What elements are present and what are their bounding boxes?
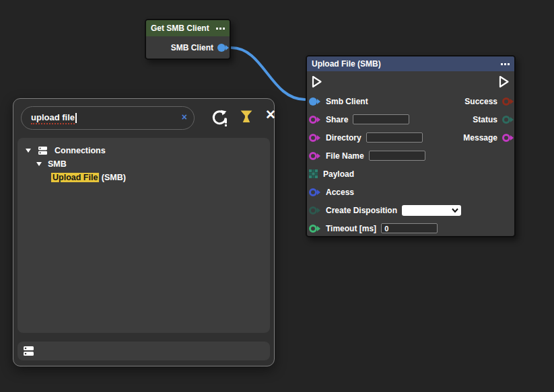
connections-server-icon (38, 146, 47, 155)
node-search-panel: upload file × ✕ Connections (13, 98, 275, 366)
input-port-payload-grid-icon[interactable] (309, 169, 318, 178)
node-upload-file-smb[interactable]: Upload File (SMB) Smb Client Success Sha… (306, 55, 516, 237)
connection-wire[interactable] (232, 48, 305, 100)
row-access: Access (307, 183, 514, 201)
flow-in-port-icon[interactable] (312, 75, 322, 88)
input-label: Smb Client (326, 97, 368, 106)
node-header: Upload File (SMB) (307, 56, 514, 71)
search-query-text: upload file (31, 112, 75, 124)
clear-search-icon[interactable]: × (182, 112, 187, 122)
output-label: Status (473, 115, 497, 124)
close-icon[interactable]: ✕ (265, 108, 276, 121)
flow-out-port-icon[interactable] (499, 75, 510, 88)
output-port-status[interactable] (502, 116, 514, 124)
search-input[interactable]: upload file × (21, 106, 195, 130)
tree-label: Connections (55, 146, 106, 155)
output-port-smb-client[interactable] (217, 44, 229, 52)
input-label: Timeout [ms] (326, 224, 376, 233)
panel-footer (18, 342, 270, 360)
tree-item-upload-file-smb[interactable]: Upload File (SMB) (18, 171, 270, 184)
chevron-down-icon (452, 208, 458, 213)
node-get-smb-client[interactable]: Get SMB Client SMB Client (145, 19, 231, 60)
input-port-access[interactable] (309, 188, 320, 196)
input-label: Share (326, 115, 348, 124)
row-directory: Directory Message (307, 128, 514, 147)
output-label: Message (463, 133, 497, 143)
search-match-highlight: Upload File (51, 173, 99, 182)
output-label: Success (464, 97, 497, 106)
input-label: Access (326, 188, 354, 197)
filter-funnel-icon[interactable] (240, 110, 252, 123)
tree-item-connections[interactable]: Connections (18, 144, 270, 157)
input-label: Directory (326, 133, 361, 143)
row-timeout: Timeout [ms] (307, 219, 514, 237)
tree-label-suffix: (SMB) (99, 173, 126, 182)
text-caret (75, 113, 77, 123)
input-label: Payload (323, 169, 354, 179)
input-port-timeout[interactable] (309, 225, 320, 233)
caret-down-icon[interactable] (36, 162, 42, 166)
caret-down-icon[interactable] (26, 149, 31, 153)
input-label: Create Disposition (326, 206, 397, 215)
refresh-alert-icon[interactable] (211, 109, 229, 127)
input-port-share[interactable] (309, 116, 320, 124)
share-field[interactable] (353, 114, 409, 124)
output-port-message[interactable] (502, 134, 514, 142)
timeout-field[interactable] (381, 223, 438, 233)
directory-field[interactable] (366, 132, 423, 143)
node-header: Get SMB Client (146, 20, 230, 36)
node-title: Upload File (SMB) (312, 59, 381, 69)
search-results-tree: Connections SMB Upload File (SMB) (18, 138, 270, 333)
input-port-create-disposition[interactable] (309, 206, 320, 214)
node-menu-icon[interactable] (501, 62, 510, 67)
input-port-directory[interactable] (309, 134, 320, 142)
tree-item-smb[interactable]: SMB (18, 157, 270, 171)
node-menu-icon[interactable] (216, 26, 225, 31)
output-port-success[interactable] (502, 97, 514, 106)
tree-label: SMB (48, 159, 67, 169)
row-payload: Payload (307, 165, 514, 183)
input-label: File Name (326, 151, 364, 161)
row-share: Share Status (307, 110, 514, 128)
input-port-smb-client[interactable] (309, 97, 320, 106)
node-title: Get SMB Client (151, 24, 209, 33)
row-file-name: File Name (307, 147, 514, 165)
input-port-file-name[interactable] (309, 152, 320, 160)
row-smb-client: Smb Client Success (307, 92, 514, 110)
file-name-field[interactable] (369, 151, 425, 161)
connections-server-icon (24, 346, 34, 356)
output-port-label: SMB Client (171, 43, 213, 52)
row-create-disposition: Create Disposition (307, 201, 514, 219)
create-disposition-select[interactable] (402, 205, 461, 216)
